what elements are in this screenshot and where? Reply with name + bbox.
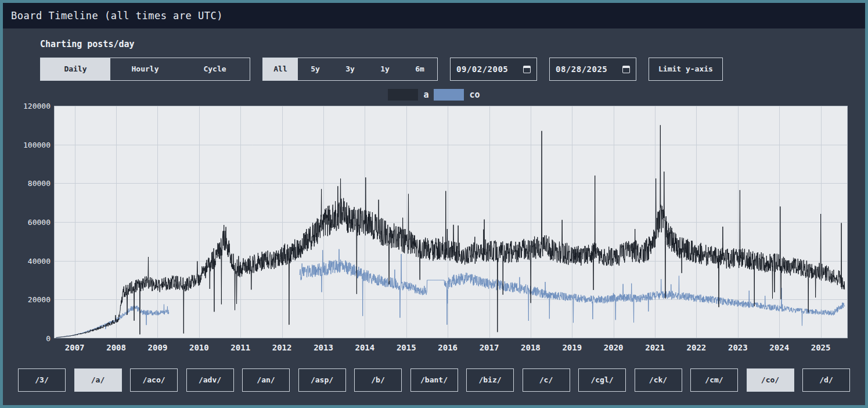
x-axis-tick-label: 2021 xyxy=(645,343,665,352)
tab-range-6m[interactable]: 6m xyxy=(402,58,437,80)
end-date-value: 08/28/2025 xyxy=(556,65,607,74)
board-button-ck[interactable]: /ck/ xyxy=(635,368,682,392)
board-button-cgl[interactable]: /cgl/ xyxy=(578,368,626,392)
x-axis-tick-label: 2008 xyxy=(106,343,126,352)
x-axis-tick-label: 2012 xyxy=(272,343,292,352)
x-axis-tick-label: 2025 xyxy=(811,343,831,352)
board-button-c[interactable]: /c/ xyxy=(523,368,570,392)
board-button-b[interactable]: /b/ xyxy=(354,368,402,392)
y-axis-tick-label: 120000 xyxy=(20,102,51,110)
y-axis-tick-label: 0 xyxy=(20,334,51,343)
board-button-3[interactable]: /3/ xyxy=(18,368,66,392)
y-axis-tick-label: 80000 xyxy=(20,179,51,188)
start-date-value: 09/02/2005 xyxy=(456,65,508,74)
board-button-a[interactable]: /a/ xyxy=(74,368,122,392)
tab-daily[interactable]: Daily xyxy=(41,58,110,80)
x-axis-tick-label: 2017 xyxy=(480,343,499,352)
x-axis-tick-label: 2018 xyxy=(521,343,541,352)
y-axis-tick-label: 100000 xyxy=(20,140,51,149)
y-axis-tick-label: 60000 xyxy=(20,218,51,227)
x-axis-tick-label: 2024 xyxy=(769,343,789,352)
y-axis-tick-label: 20000 xyxy=(20,295,51,304)
x-axis-tick-label: 2013 xyxy=(314,343,333,352)
x-axis-tick-label: 2014 xyxy=(355,343,375,352)
titlebar: Board Timeline (all times are UTC) xyxy=(3,3,865,28)
tab-range-1y[interactable]: 1y xyxy=(368,58,402,80)
tab-hourly[interactable]: Hourly xyxy=(110,58,180,80)
x-axis-tick-label: 2015 xyxy=(397,343,416,352)
board-button-bant[interactable]: /bant/ xyxy=(410,368,458,392)
x-axis-tick-label: 2016 xyxy=(438,343,458,352)
chart-area: 020000400006000080000100000120000 200720… xyxy=(20,106,848,359)
board-button-an[interactable]: /an/ xyxy=(242,368,290,392)
limit-y-axis-button[interactable]: Limit y-axis xyxy=(649,58,723,81)
board-button-biz[interactable]: /biz/ xyxy=(466,368,514,392)
chart-subtitle: Charting posts/day xyxy=(40,39,865,49)
start-date-input[interactable]: 09/02/2005 xyxy=(450,58,537,81)
board-button-adv[interactable]: /adv/ xyxy=(186,368,234,392)
legend-label-co: co xyxy=(469,90,480,100)
tab-range-all[interactable]: All xyxy=(263,58,298,80)
range-tabs: All 5y 3y 1y 6m xyxy=(262,58,438,81)
interval-tabs: Daily Hourly Cycle xyxy=(40,58,250,81)
page-title: Board Timeline (all times are UTC) xyxy=(11,10,223,22)
x-axis-tick-label: 2011 xyxy=(230,343,250,352)
x-axis-tick-label: 2020 xyxy=(604,343,624,352)
end-date-input[interactable]: 08/28/2025 xyxy=(549,58,636,81)
board-button-co[interactable]: /co/ xyxy=(747,368,794,392)
board-selector-row: /3/ /a/ /aco/ /adv/ /an/ /asp/ /b/ /bant… xyxy=(18,368,850,392)
board-button-aco[interactable]: /aco/ xyxy=(130,368,178,392)
x-axis-tick-label: 2023 xyxy=(728,343,748,352)
chart-canvas xyxy=(54,106,848,338)
legend-swatch-a xyxy=(388,89,418,101)
tab-cycle[interactable]: Cycle xyxy=(180,58,250,80)
calendar-icon[interactable] xyxy=(523,66,531,73)
board-button-cm[interactable]: /cm/ xyxy=(690,368,738,392)
calendar-icon[interactable] xyxy=(622,66,630,73)
x-axis-tick-label: 2022 xyxy=(687,343,707,352)
chart-legend: a co xyxy=(3,88,865,101)
legend-label-a: a xyxy=(423,90,428,100)
legend-swatch-co xyxy=(434,89,464,101)
tab-range-3y[interactable]: 3y xyxy=(333,58,368,80)
controls-row: Daily Hourly Cycle All 5y 3y 1y 6m 09/02… xyxy=(40,58,865,81)
board-button-d[interactable]: /d/ xyxy=(802,368,850,392)
y-axis-tick-label: 40000 xyxy=(20,256,51,265)
x-axis-tick-label: 2019 xyxy=(562,343,582,352)
board-button-asp[interactable]: /asp/ xyxy=(298,368,346,392)
tab-range-5y[interactable]: 5y xyxy=(298,58,333,80)
x-axis-tick-label: 2007 xyxy=(65,343,85,352)
x-axis-tick-label: 2010 xyxy=(189,343,209,352)
x-axis-tick-label: 2009 xyxy=(148,343,168,352)
